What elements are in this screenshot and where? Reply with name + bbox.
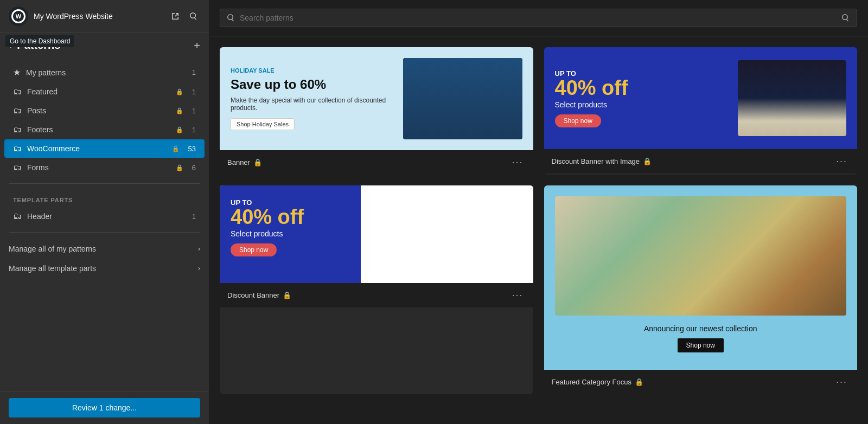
chevron-right-icon-2: › xyxy=(198,265,200,272)
add-pattern-button[interactable]: + xyxy=(194,40,200,51)
discount-image-more-button[interactable]: ··· xyxy=(834,155,850,168)
posts-lock-icon: 🔒 xyxy=(176,107,183,114)
discount-more-button[interactable]: ··· xyxy=(509,288,525,302)
banner-more-button[interactable]: ··· xyxy=(509,156,525,169)
banner-heading: Save up to 60% xyxy=(231,77,403,92)
discount-only-shop-button: Shop now xyxy=(231,243,277,256)
discount-lock-icon: 🔒 xyxy=(283,291,291,299)
footers-lock-icon: 🔒 xyxy=(176,126,183,133)
featured-shop-button: Shop now xyxy=(678,338,724,352)
forms-count: 6 xyxy=(192,164,196,172)
sidebar-nav: ★ My patterns 1 🗂 Featured 🔒 1 🗂 Posts 🔒… xyxy=(0,58,209,391)
featured-preview: Announcing our newest collection Shop no… xyxy=(544,185,858,370)
featured-lock-icon: 🔒 xyxy=(635,378,643,386)
banner-subtext: Make the day special with our collection… xyxy=(231,97,403,112)
woocommerce-label: WooCommerce xyxy=(27,144,167,153)
banner-text: HOLIDAY SALE Save up to 60% Make the day… xyxy=(231,67,403,130)
manage-template-parts-link[interactable]: Manage all template parts › xyxy=(0,259,209,278)
tooltip: Go to the Dashboard xyxy=(5,35,74,47)
featured-more-button[interactable]: ··· xyxy=(834,375,850,389)
banner-tag: HOLIDAY SALE xyxy=(231,67,403,74)
discount-banner-card[interactable]: UP TO 40% off Select products Shop now D… xyxy=(220,185,533,394)
bookshelf-visual xyxy=(403,58,522,139)
external-link-button[interactable] xyxy=(169,10,182,23)
sidebar-item-header[interactable]: 🗂 Header 1 xyxy=(4,207,205,226)
featured-category-card[interactable]: Announcing our newest collection Shop no… xyxy=(544,185,858,394)
sidebar-item-forms[interactable]: 🗂 Forms 🔒 6 xyxy=(4,158,205,177)
discount-banner-image-card[interactable]: UP TO 40% off Select products Shop now D… xyxy=(544,47,858,175)
search-icon xyxy=(227,14,235,22)
forms-lock-icon: 🔒 xyxy=(176,164,183,171)
posts-count: 1 xyxy=(192,107,196,115)
discount-sofa-image xyxy=(738,60,846,136)
discount-visual: UP TO 40% off Select products Shop now xyxy=(544,47,858,149)
manage-patterns-link[interactable]: Manage all of my patterns › xyxy=(0,239,209,259)
sofa-visual xyxy=(738,60,846,136)
sidebar-item-posts[interactable]: 🗂 Posts 🔒 1 xyxy=(4,101,205,120)
discount-only-preview-wrap: UP TO 40% off Select products Shop now xyxy=(220,185,533,283)
woo-lock-icon: 🔒 xyxy=(172,145,180,152)
discount-footer: Discount Banner 🔒 ··· xyxy=(220,283,533,307)
sidebar: My WordPress Website Go to the Dashboard… xyxy=(0,0,209,424)
featured-visual: Announcing our newest collection Shop no… xyxy=(544,185,858,370)
my-patterns-count: 1 xyxy=(192,68,196,76)
sidebar-item-my-patterns[interactable]: ★ My patterns 1 xyxy=(4,63,205,82)
banner-pattern-footer: Banner 🔒 ··· xyxy=(220,150,533,175)
sidebar-item-footers[interactable]: 🗂 Footers 🔒 1 xyxy=(4,120,205,139)
discount-image-name: Discount Banner with Image 🔒 xyxy=(552,157,834,165)
featured-lock-icon: 🔒 xyxy=(176,88,183,95)
discount-pattern-name: Discount Banner 🔒 xyxy=(227,291,509,299)
folder-icon: 🗂 xyxy=(13,87,22,97)
wp-logo-inner xyxy=(11,9,25,23)
banner-lock-icon: 🔒 xyxy=(253,158,262,166)
template-parts-section-label: TEMPLATE PARTS xyxy=(0,190,209,207)
wordpress-logo xyxy=(9,7,28,26)
header-count: 1 xyxy=(192,213,196,221)
discount-pct: 40% off xyxy=(555,78,727,98)
patterns-grid: HOLIDAY SALE Save up to 60% Make the day… xyxy=(209,36,868,424)
folder-icon-footers: 🗂 xyxy=(13,125,22,134)
review-button[interactable]: Review 1 change... xyxy=(9,398,200,417)
discount-only-right xyxy=(361,185,533,283)
banner-shop-button: Shop Holiday Sales xyxy=(231,118,295,130)
banner-visual: HOLIDAY SALE Save up to 60% Make the day… xyxy=(220,47,533,150)
featured-footer: Featured Category Focus 🔒 ··· xyxy=(544,370,858,394)
banner-preview: HOLIDAY SALE Save up to 60% Make the day… xyxy=(220,47,533,150)
discount-image-footer: Discount Banner with Image 🔒 ··· xyxy=(544,149,858,174)
living-room-visual xyxy=(555,196,847,316)
posts-label: Posts xyxy=(27,106,170,115)
header-label: Header xyxy=(27,212,187,221)
featured-image xyxy=(555,196,847,316)
search-right-icon xyxy=(841,14,850,22)
folder-icon-posts: 🗂 xyxy=(13,106,22,115)
search-bar xyxy=(209,0,868,36)
folder-icon-woo: 🗂 xyxy=(13,144,22,153)
footers-count: 1 xyxy=(192,126,196,134)
discount-text: UP TO 40% off Select products Shop now xyxy=(555,69,727,127)
banner-pattern-card[interactable]: HOLIDAY SALE Save up to 60% Make the day… xyxy=(220,47,533,175)
main-content: HOLIDAY SALE Save up to 60% Make the day… xyxy=(209,0,868,424)
sidebar-item-woocommerce[interactable]: 🗂 WooCommerce 🔒 53 xyxy=(4,139,205,158)
search-button[interactable] xyxy=(187,10,200,23)
search-input[interactable] xyxy=(240,14,837,22)
folder-icon-forms: 🗂 xyxy=(13,163,22,172)
discount-only-left: UP TO 40% off Select products Shop now xyxy=(220,185,361,283)
discount-select: Select products xyxy=(555,100,727,109)
discount-banner-image-preview: UP TO 40% off Select products Shop now xyxy=(544,47,858,149)
woo-count: 53 xyxy=(188,145,196,153)
sidebar-item-featured[interactable]: 🗂 Featured 🔒 1 xyxy=(4,82,205,101)
folder-icon-header: 🗂 xyxy=(13,211,22,221)
featured-caption: Announcing our newest collection xyxy=(644,324,757,333)
site-title: My WordPress Website xyxy=(34,12,163,21)
featured-label: Featured xyxy=(27,87,170,96)
discount-shop-button: Shop now xyxy=(555,114,601,127)
chevron-right-icon: › xyxy=(198,245,200,253)
my-patterns-label: My patterns xyxy=(26,68,187,77)
banner-image xyxy=(403,58,522,139)
manage-template-parts-label: Manage all template parts xyxy=(9,264,96,273)
sidebar-bottom: Review 1 change... xyxy=(0,391,209,424)
banner-pattern-name: Banner 🔒 xyxy=(227,158,509,166)
manage-patterns-label: Manage all of my patterns xyxy=(9,245,96,253)
featured-count: 1 xyxy=(192,88,196,96)
star-icon: ★ xyxy=(13,67,21,78)
